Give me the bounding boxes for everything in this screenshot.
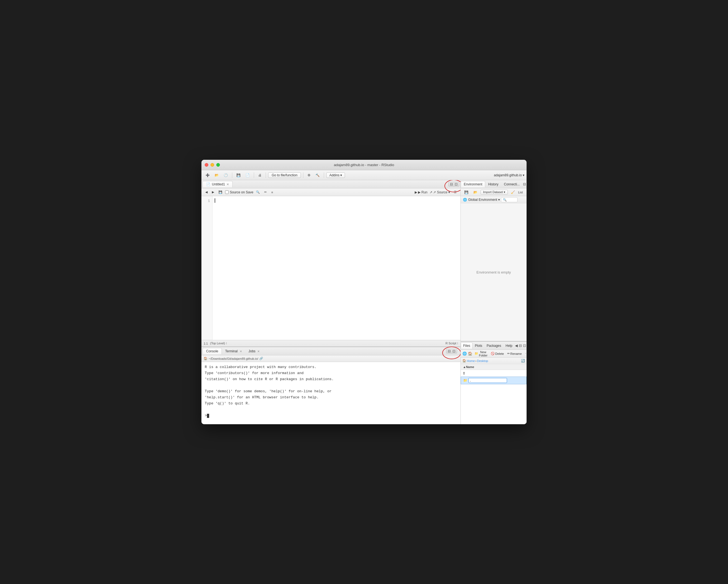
sync-icon[interactable]: 🔄 (521, 359, 525, 363)
editor-options-btn[interactable]: ☰ (452, 190, 458, 194)
minimize-button[interactable] (210, 163, 214, 167)
files-path: 🏠 Home › Desktop 🔄 (461, 357, 526, 364)
globe-icon: 🌐 (463, 198, 467, 202)
env-minimize-btn[interactable]: ⊟ (522, 182, 526, 186)
source-on-save-checkbox[interactable] (225, 190, 229, 194)
new-folder-button[interactable]: 📁 New Folder (473, 350, 489, 357)
addins-button[interactable]: Addins ▾ (326, 172, 345, 178)
env-load-btn[interactable]: 📂 (471, 189, 479, 195)
editor-minimize-btn[interactable]: ⊟ (449, 182, 453, 186)
new-file-button[interactable]: ➕ (204, 172, 212, 178)
env-selector: 🌐 Global Environment ▾ (461, 196, 526, 203)
tab-packages[interactable]: Packages (485, 343, 503, 349)
line-numbers: 1 (202, 196, 212, 340)
path-desktop[interactable]: Desktop (477, 359, 488, 363)
console-line-5: 'help.start()' for an HTML browser inter… (205, 395, 457, 401)
tab-plots[interactable]: Plots (473, 343, 485, 349)
list-button[interactable]: List (518, 191, 523, 194)
rename-button[interactable]: ✏ Rename (506, 351, 523, 356)
env-save-btn[interactable]: 💾 (462, 189, 470, 195)
code-area[interactable] (212, 196, 461, 340)
git-icon: ⚙ (308, 173, 311, 177)
source-button[interactable]: ↗ ↗ Source ▾ (430, 190, 450, 194)
tab-jobs[interactable]: Jobs ✕ (245, 348, 263, 354)
path-home[interactable]: Home (467, 359, 475, 363)
editor-maximize-buttons: ⊟ ⊡ (448, 182, 459, 186)
save-all-button[interactable]: 📄 (243, 172, 252, 178)
build-button[interactable]: 🔨 (314, 172, 321, 178)
tab-console[interactable]: Console (203, 348, 222, 354)
content-area: 📄 Untitled1 ✕ ⊟ ⊡ (202, 180, 526, 424)
code-tools-btn[interactable]: ✏ (263, 190, 268, 194)
recent-files-button[interactable]: 🕐 (222, 172, 230, 178)
files-maximize-btn[interactable]: ⊡ (522, 344, 526, 347)
file-name-input[interactable] (468, 378, 507, 383)
save-button[interactable]: 💾 (234, 172, 242, 178)
tab-help[interactable]: Help (503, 343, 515, 349)
path-text: ~/Downloads/Git/adajam89.github.io/ (209, 357, 258, 360)
console-section: Console Terminal ✕ Jobs ✕ ⊟ ⊡ (202, 347, 461, 424)
more-options-button[interactable]: ⋯ (524, 351, 526, 356)
main-toolbar: ➕ 📂 🕐 💾 📄 🖨 Go to file/function ⚙ 🔨 Addi… (202, 170, 526, 180)
editor-back-btn[interactable]: ◀ (204, 190, 209, 194)
separator-5 (324, 172, 324, 178)
parent-dir-row: ⬆ (461, 370, 526, 377)
console-maximize-area: ⊟ ⊡ (446, 349, 459, 353)
jobs-close-icon[interactable]: ✕ (257, 350, 260, 353)
tab-environment[interactable]: Environment (461, 181, 485, 187)
print-button[interactable]: 🖨 (256, 172, 263, 178)
user-button[interactable]: adajam89.github.io ▾ (494, 173, 524, 177)
left-panel: 📄 Untitled1 ✕ ⊟ ⊡ (202, 180, 461, 424)
delete-icon: 🚫 (491, 352, 495, 355)
console-content[interactable]: R is a collaborative project with many c… (202, 362, 461, 424)
file-item-dot[interactable]: 📁 (461, 377, 526, 384)
files-minimize-btn[interactable]: ⊟ (518, 344, 522, 347)
files-tab-controls: ◀ ⊟ ⊡ (515, 344, 526, 347)
editor-maximize-btn[interactable]: ⊡ (454, 182, 458, 186)
env-clear-btn[interactable]: 🧹 (509, 189, 517, 195)
git-button[interactable]: ⚙ (306, 172, 312, 178)
close-button[interactable] (205, 163, 208, 167)
editor-save-btn[interactable]: 💾 (217, 190, 224, 194)
cursor-line (215, 198, 458, 203)
tab-files[interactable]: Files (461, 342, 473, 349)
goto-file-button[interactable]: Go to file/function (268, 172, 301, 178)
console-line-blank-2 (205, 406, 457, 413)
delete-button[interactable]: 🚫 Delete (490, 351, 505, 356)
tab-terminal[interactable]: Terminal ✕ (222, 348, 245, 354)
path-separator: › (475, 359, 476, 363)
maximize-button[interactable] (216, 163, 220, 167)
separator-1 (232, 172, 232, 178)
editor-forward-btn[interactable]: ▶ (210, 190, 216, 194)
console-line-6: Type 'q()' to quit R. (205, 401, 457, 406)
files-column-header: ▲ Name (461, 364, 526, 370)
environment-section: Environment History Connecti... ⊟ ⊡ � (461, 180, 526, 342)
env-search-input[interactable] (501, 197, 518, 202)
rstudio-window: adajam89.github.io - master - RStudio ➕ … (202, 160, 526, 424)
tab-connections[interactable]: Connecti... (501, 181, 522, 187)
recent-icon: 🕐 (224, 173, 228, 177)
console-minimize-btn[interactable]: ⊟ (447, 349, 451, 353)
files-section: Files Plots Packages Help ◀ ⊟ ⊡ (461, 342, 526, 424)
globe-icon-2: 🌐 (462, 351, 467, 356)
chunk-btn[interactable]: ≡ (269, 190, 275, 194)
traffic-lights (205, 163, 220, 167)
editor-tab-bar: 📄 Untitled1 ✕ ⊟ ⊡ (202, 180, 461, 188)
global-env-label[interactable]: Global Environment ▾ (468, 198, 500, 202)
env-tab-controls: ⊟ ⊡ (522, 182, 526, 186)
tab-close-icon[interactable]: ✕ (227, 183, 229, 186)
console-line-blank-1 (205, 382, 457, 389)
terminal-close-icon[interactable]: ✕ (240, 350, 242, 353)
console-line-3: 'citation()' on how to cite R or R packa… (205, 376, 457, 382)
import-dataset-button[interactable]: Import Dataset ▾ (480, 190, 508, 194)
open-file-button[interactable]: 📂 (213, 172, 221, 178)
tab-history[interactable]: History (485, 181, 501, 187)
editor-tab-untitled1[interactable]: 📄 Untitled1 ✕ (203, 181, 233, 187)
find-btn[interactable]: 🔍 (254, 190, 261, 194)
editor-status-bar: 1:1 (Top Level) ⁝ R Script ⁝ (202, 340, 461, 347)
run-button[interactable]: ▶ ▶ Run (415, 190, 427, 194)
console-maximize-btn[interactable]: ⊡ (452, 349, 456, 353)
files-prev-btn[interactable]: ◀ (515, 344, 518, 347)
console-prompt-line: > (205, 413, 457, 419)
sort-icon: ▲ (463, 365, 466, 369)
